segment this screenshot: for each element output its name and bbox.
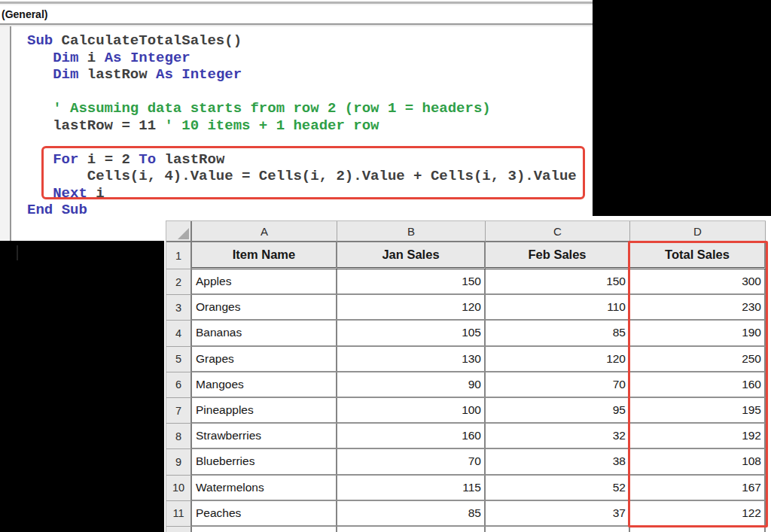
code-region: Sub CalculateTotalSales() Dim i As Integ… [0, 26, 593, 241]
header-cell[interactable]: Jan Sales [337, 242, 486, 269]
cell-feb-sales[interactable]: 52 [486, 476, 630, 501]
cell-item-name[interactable]: Oranges [192, 295, 337, 321]
cell-jan-sales[interactable]: 90 [337, 372, 486, 398]
cell-feb-sales[interactable]: 95 [486, 398, 630, 424]
cell-feb-sales[interactable]: 120 [486, 347, 630, 372]
cell-feb-sales[interactable]: 38 [486, 449, 630, 475]
code-keyword: End [27, 202, 53, 218]
column-header-d[interactable]: D [630, 221, 766, 242]
cell-jan-sales[interactable]: 130 [337, 347, 486, 372]
code-text: lastRow = 11 [27, 117, 164, 134]
code-keyword: As [105, 50, 122, 66]
cell-feb-sales[interactable]: 85 [486, 321, 630, 346]
column-header-a[interactable]: A [192, 221, 337, 242]
cell-feb-sales[interactable]: 37 [486, 501, 630, 527]
row-header-3[interactable]: 3 [166, 295, 192, 321]
row-header-10[interactable]: 10 [166, 476, 192, 501]
row-header-partial[interactable] [166, 527, 192, 532]
cell-jan-sales[interactable]: 160 [337, 424, 486, 449]
code-keyword: Sub [27, 32, 53, 49]
cell-partial[interactable] [486, 527, 630, 532]
code-line[interactable]: Dim lastRow As Integer [27, 66, 593, 84]
code-text [27, 50, 53, 66]
general-dropdown[interactable]: (General) [0, 8, 47, 20]
code-keyword: Dim [53, 66, 78, 83]
total-sales-highlight-box [628, 241, 768, 527]
cell-jan-sales[interactable]: 85 [337, 501, 486, 527]
row-header-11[interactable]: 11 [166, 501, 192, 527]
cell-item-name[interactable]: Mangoes [192, 372, 337, 398]
code-editor[interactable]: Sub CalculateTotalSales() Dim i As Integ… [11, 32, 593, 241]
cell-partial[interactable] [337, 527, 486, 532]
editor-top-border [0, 0, 593, 5]
row-header-7[interactable]: 7 [166, 398, 192, 424]
code-text [53, 202, 61, 218]
header-cell[interactable]: Item Name [192, 242, 337, 269]
row-header-4[interactable]: 4 [166, 321, 192, 346]
code-text [27, 66, 53, 83]
select-all-triangle-icon [178, 228, 189, 239]
cell-feb-sales[interactable]: 150 [486, 269, 630, 295]
column-header-b[interactable]: B [337, 221, 486, 242]
code-text: lastRow [78, 66, 156, 83]
code-keyword: Integer [130, 50, 190, 66]
cell-feb-sales[interactable]: 70 [486, 372, 630, 398]
cell-jan-sales[interactable]: 115 [337, 476, 486, 501]
cell-feb-sales[interactable]: 32 [486, 424, 630, 449]
code-text: i [78, 50, 104, 66]
cell-item-name[interactable]: Bananas [192, 321, 337, 346]
margin-strip [0, 26, 10, 241]
row-header-9[interactable]: 9 [166, 449, 192, 475]
cell-item-name[interactable]: Peaches [192, 501, 337, 527]
text-caret [17, 245, 18, 260]
cell-item-name[interactable]: Pineapples [192, 398, 337, 424]
code-line[interactable]: ' Assuming data starts from row 2 (row 1… [27, 100, 593, 117]
code-keyword: Dim [53, 50, 78, 66]
code-line[interactable] [27, 84, 593, 101]
row-header-8[interactable]: 8 [166, 424, 192, 449]
code-text [173, 66, 181, 83]
code-keyword: Integer [181, 66, 242, 83]
code-line[interactable]: Dim i As Integer [27, 50, 593, 67]
cell-jan-sales[interactable]: 105 [337, 321, 486, 346]
code-keyword: Sub [62, 202, 87, 218]
cell-feb-sales[interactable]: 110 [486, 295, 630, 321]
code-text: CalculateTotalSales() [53, 32, 242, 49]
code-keyword: As [156, 66, 173, 83]
cell-item-name[interactable]: Apples [192, 269, 337, 295]
cell-item-name[interactable]: Watermelons [192, 476, 337, 501]
code-comment: ' Assuming data starts from row 2 (row 1… [27, 100, 491, 117]
row-header-2[interactable]: 2 [166, 269, 192, 295]
vba-editor-window: (General) Sub CalculateTotalSales() Dim … [0, 0, 593, 241]
code-line[interactable]: Sub CalculateTotalSales() [27, 32, 593, 50]
cell-item-name[interactable]: Grapes [192, 347, 337, 372]
cell-jan-sales[interactable]: 120 [337, 295, 486, 321]
row-header-5[interactable]: 5 [166, 347, 192, 372]
column-header-c[interactable]: C [486, 221, 630, 242]
row-header-6[interactable]: 6 [166, 372, 192, 398]
code-text [121, 50, 130, 66]
cell-jan-sales[interactable]: 100 [337, 398, 486, 424]
cell-item-name[interactable]: Strawberries [192, 424, 337, 449]
code-comment: ' 10 items + 1 header row [164, 117, 379, 134]
cell-jan-sales[interactable]: 150 [337, 269, 486, 295]
row-header-1[interactable]: 1 [166, 242, 192, 269]
select-all-corner[interactable] [166, 221, 192, 242]
object-dropdown-bar: (General) [0, 5, 593, 23]
cell-partial[interactable] [192, 527, 337, 532]
loop-highlight-box [41, 146, 585, 199]
code-line[interactable]: lastRow = 11 ' 10 items + 1 header row [27, 117, 593, 135]
screenshot-stage: (General) Sub CalculateTotalSales() Dim … [0, 0, 771, 532]
cell-item-name[interactable]: Blueberries [192, 449, 337, 475]
cell-jan-sales[interactable]: 70 [337, 449, 486, 475]
header-cell[interactable]: Feb Sales [486, 242, 630, 269]
